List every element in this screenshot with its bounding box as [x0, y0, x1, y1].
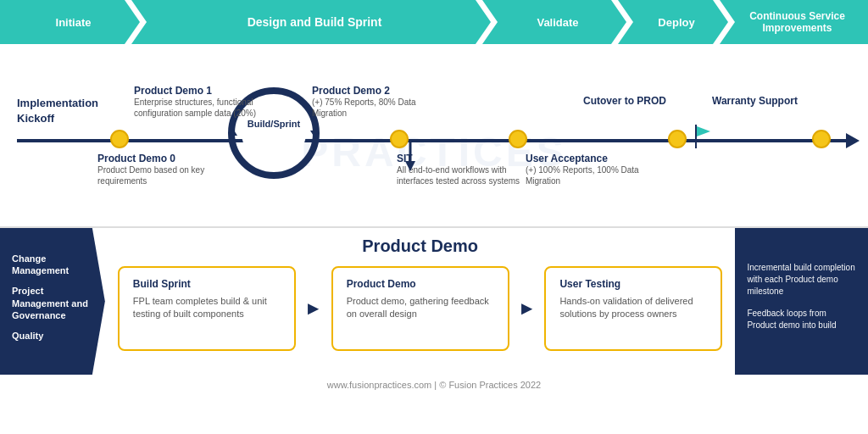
pd2-title: Product Demo 2	[312, 85, 439, 97]
banner-deploy: Deploy	[618, 0, 728, 44]
bottom-center: Product Demo Build Sprint FPL team compl…	[105, 228, 736, 375]
banner-design-build-label: Design and Build Sprint	[248, 15, 382, 29]
pd1-title: Product Demo 1	[134, 85, 257, 97]
ua-desc: (+) 100% Reports, 100% Data Migration	[526, 164, 653, 186]
arrow-between-1: ►	[296, 298, 331, 320]
bottom-left-sidebar: Change Management Project Management and…	[0, 228, 105, 375]
cutover-title: Cutover to PROD	[583, 95, 693, 107]
down-arrow-svg	[402, 142, 419, 172]
flag-icon	[693, 125, 712, 148]
main-flow: PRACTICES Implementation Kickoff Build/S…	[0, 44, 868, 226]
flow-arrow-line	[17, 139, 851, 142]
banner-validate: Validate	[482, 0, 626, 44]
bottom-left-item-2: Project Management and Governance	[12, 285, 93, 321]
flow-circle-4	[668, 130, 687, 148]
impl-kickoff: Implementation Kickoff	[17, 95, 127, 125]
pd0-desc: Product Demo based on key requirements	[97, 164, 225, 186]
bottom-right-item-2: Feedback loops from Product demo into bu…	[747, 308, 856, 331]
flag-area	[693, 125, 712, 152]
card-build-sprint-desc: FPL team completes build & unit testing …	[133, 295, 281, 321]
bottom-right-item-1: Incremental build completion with each P…	[747, 262, 856, 298]
pd0-title: Product Demo 0	[97, 153, 225, 164]
banner-validate-label: Validate	[537, 16, 578, 29]
product-demo-1: Product Demo 1 Enterprise structures, fu…	[134, 85, 257, 119]
impl-kickoff-label: Implementation Kickoff	[17, 97, 98, 125]
banner-continuous-label: Continuous Service Improvements	[735, 10, 860, 35]
bottom-right-sidebar: Incremental build completion with each P…	[735, 228, 868, 375]
product-demo-center-title: Product Demo	[362, 236, 478, 256]
pd1-desc: Enterprise structures, functional config…	[134, 97, 257, 119]
svg-marker-5	[697, 126, 710, 136]
card-user-testing-desc: Hands-on validation of delivered solutio…	[559, 295, 707, 321]
banner-deploy-label: Deploy	[658, 16, 694, 29]
svg-rect-4	[695, 125, 697, 148]
banner-continuous: Continuous Service Improvements	[720, 0, 868, 44]
banner-initiate: Initiate	[0, 0, 140, 44]
bottom-section: Change Management Project Management and…	[0, 226, 868, 375]
product-demo-2: Product Demo 2 (+) 75% Reports, 80% Data…	[312, 85, 439, 119]
card-product-demo-title: Product Demo	[347, 278, 494, 290]
down-arrow	[402, 142, 419, 175]
build-sprint-label: Build/Sprint	[236, 119, 312, 129]
warranty: Warranty Support	[712, 95, 831, 107]
footer-text: www.fusionpractices.com | © Fusion Pract…	[327, 380, 541, 390]
top-banner: Initiate Design and Build Sprint Validat…	[0, 0, 868, 44]
banner-initiate-label: Initiate	[56, 16, 92, 29]
svg-marker-7	[405, 161, 415, 171]
cards-row: Build Sprint FPL team completes build & …	[118, 266, 723, 351]
card-build-sprint-title: Build Sprint	[133, 278, 281, 290]
card-product-demo-desc: Product demo, gathering feedback on over…	[347, 295, 494, 321]
flow-circle-5	[812, 130, 831, 148]
pd2-desc: (+) 75% Reports, 80% Data Migration	[312, 97, 439, 119]
arrow-between-2: ►	[509, 298, 545, 320]
card-user-testing-title: User Testing	[559, 278, 707, 290]
product-demo-0: Product Demo 0 Product Demo based on key…	[97, 153, 225, 186]
warranty-title: Warranty Support	[712, 95, 831, 107]
banner-design-build: Design and Build Sprint	[131, 0, 491, 44]
bottom-left-item-3: Quality	[12, 330, 93, 342]
footer: www.fusionpractices.com | © Fusion Pract…	[0, 375, 868, 393]
card-user-testing: User Testing Hands-on validation of deli…	[544, 266, 722, 351]
flow-circle-1	[110, 130, 129, 148]
flow-circle-3	[509, 130, 527, 148]
ua-title: User Acceptance	[526, 153, 653, 164]
cutover: Cutover to PROD	[583, 95, 693, 107]
card-product-demo: Product Demo Product demo, gathering fee…	[331, 266, 509, 351]
bottom-left-item-1: Change Management	[12, 253, 93, 277]
card-build-sprint: Build Sprint FPL team completes build & …	[118, 266, 296, 351]
user-acceptance: User Acceptance (+) 100% Reports, 100% D…	[526, 153, 653, 186]
